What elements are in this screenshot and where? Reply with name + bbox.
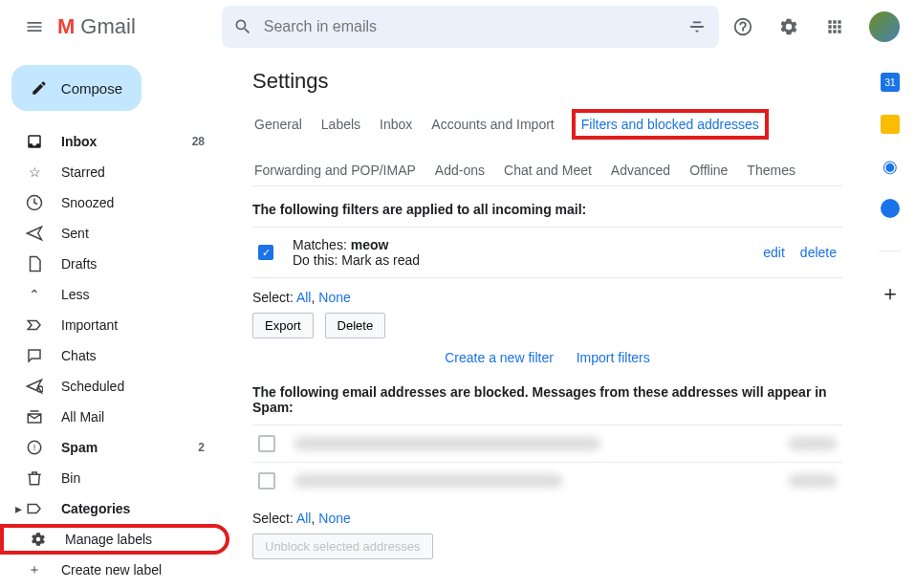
chevron-up-icon: ⌃ bbox=[25, 285, 44, 304]
chat-icon bbox=[25, 346, 44, 365]
import-filters-link[interactable]: Import filters bbox=[577, 350, 650, 365]
sidebar-item-categories[interactable]: ▸ Categories bbox=[0, 493, 229, 524]
sidebar-item-all-mail[interactable]: All Mail bbox=[0, 402, 229, 432]
clock-icon bbox=[25, 193, 44, 212]
sidebar-item-drafts[interactable]: Drafts bbox=[0, 249, 229, 279]
sidebar-item-scheduled[interactable]: Scheduled bbox=[0, 371, 229, 402]
search-box[interactable] bbox=[222, 6, 719, 48]
tab-chat-meet[interactable]: Chat and Meet bbox=[502, 155, 594, 185]
blocked-heading: The following email addresses are blocke… bbox=[252, 384, 842, 415]
tab-filters-blocked[interactable]: Filters and blocked addresses bbox=[572, 109, 769, 140]
categories-icon: ▸ bbox=[25, 499, 44, 518]
search-options-icon[interactable] bbox=[686, 16, 708, 37]
sidebar-item-snoozed[interactable]: Snoozed bbox=[0, 187, 229, 218]
filter-description: Matches: meow Do this: Mark as read bbox=[293, 237, 763, 268]
blocked-checkbox[interactable] bbox=[258, 435, 275, 452]
select-all-link[interactable]: All bbox=[296, 290, 312, 305]
inbox-icon bbox=[25, 132, 44, 151]
filter-row: Matches: meow Do this: Mark as read edit… bbox=[252, 227, 842, 278]
sidebar-item-manage-labels[interactable]: Manage labels bbox=[0, 524, 229, 555]
tab-accounts[interactable]: Accounts and Import bbox=[429, 109, 556, 140]
sidebar-item-less[interactable]: ⌃ Less bbox=[0, 279, 229, 310]
sidebar-item-starred[interactable]: ☆ Starred bbox=[0, 157, 229, 187]
stack-mail-icon bbox=[25, 407, 44, 426]
blocked-address-redacted bbox=[294, 437, 600, 450]
contacts-app-icon[interactable] bbox=[881, 199, 900, 218]
filter-delete-link[interactable]: delete bbox=[800, 245, 837, 260]
select-none-link[interactable]: None bbox=[318, 290, 350, 305]
support-button[interactable] bbox=[724, 8, 762, 46]
important-icon bbox=[25, 316, 44, 335]
filter-edit-link[interactable]: edit bbox=[763, 245, 785, 260]
pencil-icon bbox=[31, 78, 48, 98]
trash-icon bbox=[25, 468, 44, 488]
settings-button[interactable] bbox=[770, 8, 808, 46]
file-icon bbox=[25, 254, 44, 273]
scheduled-icon bbox=[25, 377, 44, 396]
sidebar-item-sent[interactable]: Sent bbox=[0, 218, 229, 249]
sidebar-item-bin[interactable]: Bin bbox=[0, 463, 229, 493]
tab-forwarding[interactable]: Forwarding and POP/IMAP bbox=[252, 155, 418, 185]
blocked-checkbox[interactable] bbox=[258, 472, 275, 490]
select-none-blocked-link[interactable]: None bbox=[318, 511, 350, 526]
sidebar-item-spam[interactable]: ! Spam 2 bbox=[0, 432, 229, 463]
send-icon bbox=[25, 224, 44, 243]
create-filter-link[interactable]: Create a new filter bbox=[445, 350, 554, 365]
blocked-action-redacted bbox=[789, 437, 837, 450]
gear-icon bbox=[29, 530, 48, 549]
settings-tabs: General Labels Inbox Accounts and Import… bbox=[252, 109, 842, 186]
sidebar: Compose Inbox 28 ☆ Starred Snoozed Sent … bbox=[0, 54, 229, 588]
settings-panel: Settings General Labels Inbox Accounts a… bbox=[229, 54, 865, 588]
export-button[interactable]: Export bbox=[252, 313, 314, 338]
tab-offline[interactable]: Offline bbox=[687, 155, 730, 185]
calendar-app-icon[interactable]: 31 bbox=[881, 73, 900, 92]
tasks-app-icon[interactable]: ◉ bbox=[881, 157, 900, 176]
tab-advanced[interactable]: Advanced bbox=[609, 155, 672, 185]
blocked-row bbox=[252, 425, 842, 462]
filter-checkbox[interactable] bbox=[258, 245, 273, 260]
tab-labels[interactable]: Labels bbox=[319, 109, 362, 140]
search-input[interactable] bbox=[264, 18, 686, 35]
apps-button[interactable] bbox=[816, 8, 854, 46]
plus-icon: ＋ bbox=[25, 560, 44, 579]
help-icon bbox=[732, 16, 753, 37]
compose-label: Compose bbox=[61, 80, 122, 97]
tab-addons[interactable]: Add-ons bbox=[433, 155, 487, 185]
add-app-icon[interactable]: ＋ bbox=[881, 284, 900, 303]
blocked-action-redacted bbox=[789, 474, 837, 488]
blocked-address-redacted bbox=[294, 474, 562, 488]
account-avatar[interactable] bbox=[869, 11, 900, 42]
compose-button[interactable]: Compose bbox=[11, 65, 142, 111]
sidebar-item-create-label[interactable]: ＋ Create new label bbox=[0, 555, 229, 585]
delete-button[interactable]: Delete bbox=[325, 313, 386, 338]
settings-title: Settings bbox=[252, 69, 842, 94]
product-name: Gmail bbox=[80, 14, 135, 39]
main-menu-button[interactable] bbox=[15, 8, 54, 46]
gmail-m-icon: M bbox=[57, 14, 75, 39]
apps-grid-icon bbox=[825, 17, 844, 36]
select-all-blocked-link[interactable]: All bbox=[296, 511, 312, 526]
blocked-row bbox=[252, 462, 842, 499]
search-icon bbox=[233, 17, 252, 36]
keep-app-icon[interactable] bbox=[881, 115, 900, 134]
tab-inbox[interactable]: Inbox bbox=[378, 109, 414, 140]
tab-themes[interactable]: Themes bbox=[745, 155, 797, 185]
sidebar-item-inbox[interactable]: Inbox 28 bbox=[0, 126, 229, 157]
blocked-select-row: Select: All, None bbox=[252, 511, 842, 526]
tab-general[interactable]: General bbox=[252, 109, 304, 140]
filter-select-row: Select: All, None bbox=[252, 290, 842, 305]
side-panel: 31 ◉ ＋ bbox=[865, 54, 915, 588]
sidebar-item-important[interactable]: Important bbox=[0, 310, 229, 340]
filters-heading: The following filters are applied to all… bbox=[252, 202, 842, 217]
spam-icon: ! bbox=[25, 438, 44, 457]
sidebar-item-chats[interactable]: Chats bbox=[0, 340, 229, 371]
gmail-logo[interactable]: M Gmail bbox=[57, 14, 136, 39]
star-icon: ☆ bbox=[25, 163, 44, 182]
unblock-button[interactable]: Unblock selected addresses bbox=[252, 534, 433, 559]
gear-icon bbox=[778, 16, 799, 37]
svg-text:!: ! bbox=[33, 443, 36, 452]
hamburger-icon bbox=[25, 17, 44, 36]
